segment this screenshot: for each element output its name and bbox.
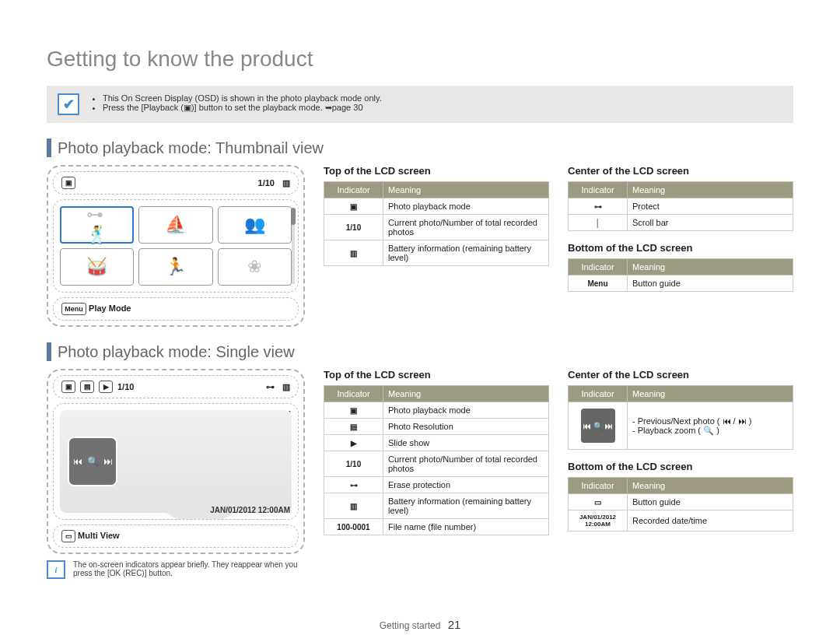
mean-cell: Recorded date/time xyxy=(628,510,793,531)
section-heading-single: Photo playback mode: Single view xyxy=(47,342,793,361)
table-title: Bottom of the LCD screen xyxy=(568,242,793,254)
thumbnail-item[interactable]: ⊶🕺 xyxy=(60,206,134,244)
lcd-top-bar: ▣ 1/10 ▥ xyxy=(53,171,299,195)
th-meaning: Meaning xyxy=(383,386,549,402)
next-photo-icon: ⏭ xyxy=(605,422,613,430)
menu-button-icon[interactable]: Menu xyxy=(61,303,86,315)
prev-photo-icon: ⏮ xyxy=(583,422,591,430)
note-list: This On Screen Display (OSD) is shown in… xyxy=(90,93,382,113)
ind-cell: JAN/01/2012 12:00AM xyxy=(569,510,628,531)
ind-cell: ▤ xyxy=(324,419,383,435)
th-meaning: Meaning xyxy=(383,182,549,198)
lcd-thumbnail-view: ▣ 1/10 ▥ ⊶🕺 ⛵ 👥 🥁 🏃 ❀ Menu Play Mode xyxy=(47,165,305,327)
ind-cell: ⏮ 🔍 ⏭ xyxy=(569,402,628,450)
thumbnail-item[interactable]: ❀ xyxy=(218,248,292,286)
protect-icon: ⊶ xyxy=(266,382,275,392)
page-title: Getting to know the product xyxy=(47,47,793,72)
next-photo-icon[interactable]: ⏭ xyxy=(103,456,113,467)
thumbnail-item[interactable]: 🏃 xyxy=(138,248,212,286)
ind-cell: 1/10 xyxy=(324,215,383,240)
scroll-bar[interactable] xyxy=(292,208,295,284)
th-indicator: Indicator xyxy=(569,182,628,198)
th-indicator: Indicator xyxy=(324,386,383,402)
th-meaning: Meaning xyxy=(628,182,793,198)
note-box: ✔ This On Screen Display (OSD) is shown … xyxy=(47,86,793,123)
note-item: Press the [Playback (▣)] button to set t… xyxy=(103,103,382,113)
prev-photo-icon[interactable]: ⏮ xyxy=(73,456,82,467)
mean-cell: Erase protection xyxy=(383,477,549,493)
mean-cell: Photo Resolution xyxy=(383,419,549,435)
lcd-bottom-bar: Menu Play Mode xyxy=(53,297,299,321)
th-indicator: Indicator xyxy=(569,478,628,494)
battery-icon: ▥ xyxy=(282,178,290,188)
ind-cell: Menu xyxy=(569,275,628,292)
thumbnail-item[interactable]: 👥 xyxy=(218,206,292,244)
mean-cell: - Previous/Next photo ( ⏮ / ⏭ ) - Playba… xyxy=(628,402,793,450)
ind-cell: ▣ xyxy=(324,198,383,215)
footer-page-number: 21 xyxy=(448,618,461,631)
table-title: Center of the LCD screen xyxy=(568,369,793,381)
table-title: Top of the LCD screen xyxy=(324,369,549,381)
mean-cell: Protect xyxy=(628,198,793,215)
ind-cell: 1/10 xyxy=(324,451,383,477)
playback-nav-widget[interactable]: ⏮ 🔍 ⏭ xyxy=(68,437,117,486)
mean-cell: Scroll bar xyxy=(628,215,793,231)
th-meaning: Meaning xyxy=(628,478,793,494)
mean-cell: File name (file number) xyxy=(383,519,549,535)
thumbnail-item[interactable]: ⛵ xyxy=(138,206,212,244)
mean-cell: Current photo/Number of total recorded p… xyxy=(383,451,549,477)
ind-cell: │ xyxy=(569,215,628,231)
indicator-table-bottom-2: Indicator Meaning ▭Button guide JAN/01/2… xyxy=(568,477,793,531)
lcd-top-bar: ▣ ▤ ▶ 1/10 ⊶ ▥ xyxy=(53,375,299,398)
check-icon: ✔ xyxy=(58,93,79,115)
multiview-label: Multi View xyxy=(78,531,120,540)
mean-cell: Photo playback mode xyxy=(383,198,549,215)
ind-cell: ▥ xyxy=(324,240,383,266)
ind-cell: ▭ xyxy=(569,494,628,510)
mean-cell: Battery information (remaining battery l… xyxy=(383,493,549,519)
multiview-button-icon[interactable]: ▭ xyxy=(61,530,75,542)
section-heading-thumbnail: Photo playback mode: Thumbnail view xyxy=(47,139,793,157)
mean-cell: Photo playback mode xyxy=(383,402,549,419)
indicator-table-center-2: Indicator Meaning ⏮ 🔍 ⏭ - Previous/Next … xyxy=(568,385,793,450)
note-item: This On Screen Display (OSD) is shown in… xyxy=(103,93,382,103)
play-mode-label: Play Mode xyxy=(89,303,131,313)
ind-cell: ⊶ xyxy=(324,477,383,493)
th-indicator: Indicator xyxy=(324,182,383,198)
th-indicator: Indicator xyxy=(569,259,628,275)
zoom-icon[interactable]: 🔍 xyxy=(87,456,99,467)
table-title: Center of the LCD screen xyxy=(568,165,793,177)
mean-cell: Button guide xyxy=(628,275,793,292)
ind-cell: ▥ xyxy=(324,493,383,519)
section-heading-text: Photo playback mode: Single view xyxy=(58,343,295,361)
mean-cell: Button guide xyxy=(628,494,793,510)
indicator-table-bottom: Indicator Meaning MenuButton guide xyxy=(568,258,793,292)
battery-icon: ▥ xyxy=(282,382,290,392)
info-note: i The on-screen indicators appear briefl… xyxy=(47,560,305,579)
ind-cell: ⊶ xyxy=(569,198,628,215)
photo-counter: 1/10 xyxy=(117,382,134,391)
info-note-text: The on-screen indicators appear briefly.… xyxy=(73,560,305,577)
photo-counter: 1/10 xyxy=(258,178,275,188)
indicator-table-top: Indicator Meaning ▣Photo playback mode 1… xyxy=(324,181,549,266)
ind-cell: ▣ xyxy=(324,402,383,419)
resolution-icon: ▤ xyxy=(80,381,94,393)
info-icon: i xyxy=(47,560,65,579)
th-meaning: Meaning xyxy=(628,386,793,402)
photo-mode-icon: ▣ xyxy=(61,177,75,189)
indicator-table-top-2: Indicator Meaning ▣Photo playback mode ▤… xyxy=(324,385,549,535)
lcd-single-view: ▣ ▤ ▶ 1/10 ⊶ ▥ 100-0001 ⏮ 🔍 ⏭ xyxy=(47,369,305,554)
photo-mode-icon: ▣ xyxy=(61,381,75,393)
slideshow-icon: ▶ xyxy=(99,381,113,393)
section-heading-text: Photo playback mode: Thumbnail view xyxy=(58,139,324,157)
mean-cell: Current photo/Number of total recorded p… xyxy=(383,215,549,240)
ind-cell: ▶ xyxy=(324,435,383,451)
page-footer: Getting started 21 xyxy=(0,618,840,631)
datetime-label: JAN/01/2012 12:00AM xyxy=(210,506,290,514)
indicator-table-center: Indicator Meaning ⊶Protect │Scroll bar xyxy=(568,181,793,231)
table-title: Bottom of the LCD screen xyxy=(568,461,793,472)
lcd-center-thumbnails: ⊶🕺 ⛵ 👥 🥁 🏃 ❀ xyxy=(53,199,299,293)
thumbnail-item[interactable]: 🥁 xyxy=(60,248,134,286)
mean-cell: Slide show xyxy=(383,435,549,451)
footer-section: Getting started xyxy=(380,620,441,631)
